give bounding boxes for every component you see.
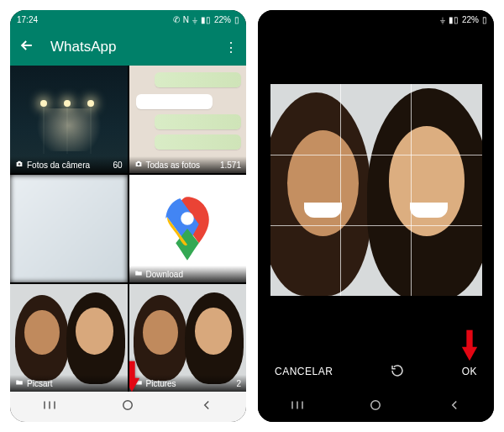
signal-icon: ▮▯ — [201, 15, 211, 24]
left-phone-gallery: 17:24 ✆ N ⏚ ▮▯ 22% ▯ WhatsApp ⋮ — [10, 10, 246, 422]
nav-home-icon[interactable] — [368, 398, 383, 416]
battery-text: 22% — [462, 15, 479, 24]
album-count: 2 — [236, 379, 241, 388]
crop-handle-tr[interactable] — [469, 84, 482, 97]
android-nav-bar — [10, 392, 246, 422]
album-count: 1.571 — [220, 161, 241, 170]
wifi-icon: ⏚ — [440, 15, 445, 24]
album-label: Pictures — [146, 379, 176, 388]
editor-action-bar: CANCELAR OK — [258, 351, 494, 392]
rotate-icon[interactable] — [390, 363, 405, 381]
nav-back-icon[interactable] — [447, 398, 462, 416]
crop-handle-br[interactable] — [469, 282, 482, 296]
crop-stage — [258, 29, 494, 351]
album-label: Fotos da câmera — [27, 161, 90, 170]
svg-point-0 — [18, 163, 21, 166]
crop-grid-line — [270, 155, 482, 155]
crop-grid-line — [340, 84, 341, 296]
crop-grid-line — [411, 84, 412, 296]
album-blurred[interactable] — [10, 175, 128, 282]
status-bar: 17:24 ✆ N ⏚ ▮▯ 22% ▯ — [10, 10, 246, 29]
svg-point-3 — [123, 401, 133, 410]
camera-icon — [15, 160, 24, 170]
android-nav-bar — [258, 392, 494, 422]
nfc-icon: N — [183, 15, 189, 24]
nav-recent-icon[interactable] — [290, 398, 305, 416]
status-bar: ⏚ ▮▯ 22% ▯ — [258, 10, 494, 29]
crop-handle-bl[interactable] — [270, 282, 284, 296]
app-bar: WhatsApp ⋮ — [10, 29, 246, 66]
cancel-button[interactable]: CANCELAR — [275, 366, 333, 377]
crop-handle-tl[interactable] — [270, 84, 284, 97]
nav-back-icon[interactable] — [199, 398, 214, 416]
phone-icon: ✆ — [173, 15, 180, 24]
red-arrow-annotation-left — [129, 360, 141, 392]
album-count: 60 — [113, 161, 122, 170]
red-arrow-annotation-right — [460, 329, 479, 362]
folder-icon — [134, 269, 143, 279]
nav-home-icon[interactable] — [120, 398, 135, 416]
album-all-photos[interactable]: Todas as fotos 1.571 — [129, 66, 247, 173]
crop-grid-line — [270, 225, 482, 226]
svg-point-1 — [137, 163, 139, 166]
album-picsart[interactable]: Picsart — [10, 284, 128, 392]
svg-point-4 — [371, 401, 381, 410]
album-camera-photos[interactable]: Fotos da câmera 60 — [10, 66, 128, 173]
album-label: Todas as fotos — [146, 161, 200, 170]
folder-icon — [15, 378, 24, 388]
app-title: WhatsApp — [50, 39, 209, 55]
back-icon[interactable] — [18, 37, 35, 57]
thumbnail-blurred — [10, 175, 128, 282]
crop-box[interactable] — [270, 84, 482, 296]
wifi-icon: ⏚ — [192, 15, 197, 24]
album-download[interactable]: Download — [129, 175, 247, 282]
album-grid: Fotos da câmera 60 Todas as fotos 1.571 — [10, 66, 246, 392]
status-right: ✆ N ⏚ ▮▯ 22% ▯ — [173, 15, 239, 24]
signal-icon: ▮▯ — [449, 15, 459, 24]
battery-icon: ▯ — [482, 15, 487, 24]
svg-point-2 — [181, 212, 194, 224]
camera-icon — [134, 160, 143, 170]
battery-text: 22% — [214, 15, 231, 24]
album-label: Picsart — [27, 379, 53, 388]
album-label: Download — [146, 270, 183, 279]
more-icon[interactable]: ⋮ — [224, 40, 238, 55]
battery-icon: ▯ — [234, 15, 239, 24]
nav-recent-icon[interactable] — [42, 398, 57, 416]
right-phone-crop-editor: ⏚ ▮▯ 22% ▯ — [258, 10, 494, 422]
status-right: ⏚ ▮▯ 22% ▯ — [440, 15, 487, 24]
status-time: 17:24 — [17, 15, 38, 24]
ok-button[interactable]: OK — [462, 366, 477, 377]
album-pictures[interactable]: Pictures 2 — [129, 284, 247, 392]
